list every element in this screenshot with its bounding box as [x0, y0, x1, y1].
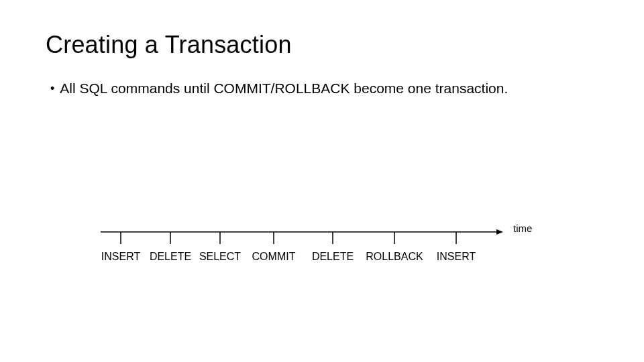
arrow-right-icon	[496, 229, 503, 235]
slide-title: Creating a Transaction	[46, 31, 292, 59]
timeline-command-label: INSERT	[101, 251, 140, 263]
timeline-diagram: INSERTDELETESELECTCOMMITDELETEROLLBACKIN…	[101, 228, 510, 275]
bullet-item: • All SQL commands until COMMIT/ROLLBACK…	[50, 80, 508, 97]
timeline-command-label: SELECT	[199, 251, 241, 263]
axis-label-time: time	[513, 223, 532, 234]
timeline-command-label: DELETE	[150, 251, 191, 263]
bullet-dot-icon: •	[50, 82, 54, 95]
timeline-command-label: INSERT	[437, 251, 476, 263]
timeline-axis	[101, 228, 510, 248]
timeline-command-label: DELETE	[312, 251, 354, 263]
timeline-command-label: ROLLBACK	[366, 251, 423, 263]
timeline-command-label: COMMIT	[252, 251, 296, 263]
bullet-text: All SQL commands until COMMIT/ROLLBACK b…	[60, 80, 508, 97]
